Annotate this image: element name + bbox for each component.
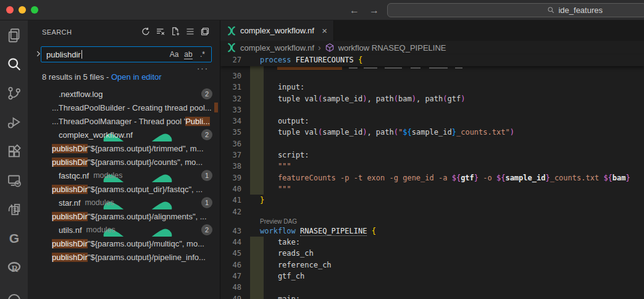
match-highlight: publishDir	[52, 185, 88, 194]
code-line[interactable]: 44 take:	[220, 237, 644, 248]
code-line[interactable]: 41}	[220, 195, 644, 206]
symbol-module-icon	[325, 43, 335, 53]
view-as-list-icon[interactable]	[185, 27, 195, 36]
code-line[interactable]: 31 input:	[220, 82, 644, 93]
refresh-icon[interactable]	[141, 27, 151, 36]
code-line[interactable]: 38 """	[220, 161, 644, 172]
history-forward-icon[interactable]: →	[369, 5, 379, 16]
sticky-scroll-line[interactable]: 27process FEATURECOUNTS {	[220, 54, 644, 66]
tab-complex-workflow[interactable]: complex_workflow.nf ×	[220, 20, 334, 41]
run-debug-icon[interactable]	[0, 107, 28, 137]
toggle-search-details-icon[interactable]: ···	[197, 64, 209, 73]
code-line[interactable]: 43workflow RNASEQ_PIPELINE {	[220, 225, 644, 237]
line-number: 46	[220, 259, 241, 271]
code-text: reference_ch	[260, 259, 332, 271]
account-icon[interactable]	[0, 282, 28, 299]
search-file-row[interactable]: .nextflow.log2	[28, 87, 220, 101]
code-text: input:	[260, 82, 304, 93]
use-regex-toggle[interactable]: .*	[196, 48, 209, 61]
chevron-down-icon[interactable]	[34, 171, 43, 180]
search-results-tree: .nextflow.log2...ThreadPoolBuilder - Cre…	[28, 87, 220, 264]
code-text: tuple val(sample_id), path("${sample_id}…	[260, 127, 514, 138]
code-line[interactable]: 32 tuple val(sample_id), path(bam), path…	[220, 93, 644, 104]
code-text: featureCounts -p -t exon -g gene_id -a $…	[260, 172, 630, 183]
report-icon[interactable]	[0, 195, 28, 224]
code-line[interactable]: 46 reference_ch	[220, 259, 644, 271]
chevron-down-icon[interactable]	[34, 198, 43, 207]
explorer-icon[interactable]	[0, 20, 28, 49]
search-result-row[interactable]: publishDir "${params.output}/counts", mo…	[28, 155, 220, 169]
tab-label: complex_workflow.nf	[240, 26, 314, 35]
search-result-row[interactable]: publishDir "${params.output}/pipeline_in…	[28, 250, 220, 264]
search-result-row[interactable]: ...ThreadPoolBuilder - Creating thread p…	[28, 101, 220, 114]
code-line[interactable]: 49 main:	[220, 293, 644, 299]
code-text: }	[260, 195, 264, 206]
line-number: 30	[220, 70, 241, 82]
code-line[interactable]: 39 featureCounts -p -t exon -g gene_id -…	[220, 172, 644, 183]
chevron-down-icon[interactable]	[34, 225, 43, 234]
whole-word-toggle[interactable]: ab	[182, 48, 194, 61]
breadcrumb-file[interactable]: complex_workflow.nf	[240, 43, 314, 53]
code-line[interactable]: 48	[220, 282, 644, 293]
minimize-window-button[interactable]	[19, 6, 26, 14]
search-input[interactable]: publishdir Aaab.*	[41, 46, 212, 62]
r-language-icon[interactable]	[0, 253, 28, 282]
match-case-toggle[interactable]: Aa	[168, 48, 180, 61]
file-name: utils.nf	[59, 225, 82, 235]
open-in-editor-link[interactable]: Open in editor	[111, 72, 162, 82]
code-area[interactable]: 27process FEATURECOUNTS {3031 input:32 t…	[220, 54, 644, 299]
gitlens-icon[interactable]	[0, 224, 28, 253]
code-line[interactable]: 37 script:	[220, 150, 644, 161]
code-line[interactable]: 30	[220, 70, 644, 82]
code-line[interactable]: 33	[220, 104, 644, 116]
window-controls	[6, 6, 38, 14]
search-result-row[interactable]: publishDir "${params.output}/alignments"…	[28, 209, 220, 223]
source-control-icon[interactable]	[0, 78, 28, 107]
remote-explorer-icon[interactable]	[0, 166, 28, 195]
search-file-row[interactable]: star.nfmodules1	[28, 196, 220, 209]
line-number: 33	[220, 104, 241, 116]
line-number: 44	[220, 237, 241, 248]
close-window-button[interactable]	[6, 6, 14, 14]
chevron-down-icon[interactable]	[34, 90, 43, 98]
search-icon[interactable]	[0, 49, 28, 78]
code-text: take:	[260, 237, 300, 248]
code-line[interactable]: 42	[220, 206, 644, 217]
code-line[interactable]: 45 reads_ch	[220, 248, 644, 259]
result-text: "${params.output}/counts", mo...	[88, 158, 203, 167]
result-text: "${params.output}/multiqc", mo...	[88, 239, 204, 248]
nextflow-file-icon	[45, 171, 55, 180]
close-tab-icon[interactable]: ×	[322, 26, 327, 35]
command-center-searchbox[interactable]: ide_features	[387, 3, 644, 17]
line-number: 34	[220, 116, 241, 127]
zoom-window-button[interactable]	[31, 6, 38, 14]
chevron-down-icon[interactable]	[34, 130, 43, 139]
collapse-all-icon[interactable]	[200, 27, 210, 36]
search-file-row[interactable]: utils.nfmodules2	[28, 223, 220, 237]
line-number: 43	[220, 225, 241, 237]
code-line[interactable]: 34 output:	[220, 116, 644, 127]
line-number: 49	[220, 293, 241, 299]
line-number: 42	[220, 206, 241, 217]
line-number: 37	[220, 150, 241, 161]
search-file-row[interactable]: fastqc.nfmodules1	[28, 169, 220, 182]
file-name: fastqc.nf	[59, 171, 89, 180]
open-new-search-editor-icon[interactable]	[170, 27, 180, 36]
history-back-icon[interactable]: ←	[349, 5, 359, 16]
file-path: modules	[93, 171, 122, 180]
search-result-row[interactable]: publishDir "${params.output}/trimmed", m…	[28, 141, 220, 155]
search-result-row[interactable]: publishDir "${params.output_dir}/fastqc"…	[28, 182, 220, 196]
breadcrumb-symbol[interactable]: workflow RNASEQ_PIPELINE	[338, 43, 446, 53]
codelens-preview-dag[interactable]: Preview DAG	[260, 217, 297, 225]
file-path: modules	[86, 225, 115, 234]
search-file-row[interactable]: complex_workflow.nf2	[28, 128, 220, 141]
search-result-row[interactable]: publishDir "${params.output}/multiqc", m…	[28, 237, 220, 250]
code-line[interactable]: 47 gtf_ch	[220, 271, 644, 282]
clear-search-results-icon[interactable]	[156, 27, 165, 36]
code-line[interactable]: 35 tuple val(sample_id), path("${sample_…	[220, 127, 644, 138]
search-result-row[interactable]: ...ThreadPoolManager - Thread pool 'Publ…	[28, 114, 220, 128]
code-line[interactable]: 40 """	[220, 183, 644, 195]
editor-group: complex_workflow.nf × complex_workflow.n…	[220, 20, 644, 299]
extensions-icon[interactable]	[0, 137, 28, 166]
code-line[interactable]: 36	[220, 138, 644, 150]
